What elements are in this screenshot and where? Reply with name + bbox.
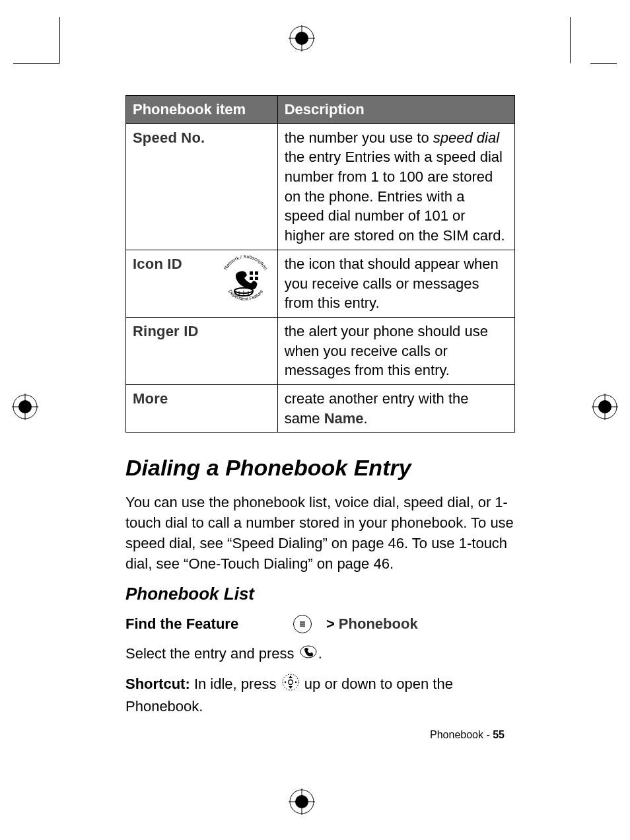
svg-text:Network / Subscription: Network / Subscription — [223, 254, 269, 271]
text: In idle, press — [190, 676, 281, 692]
page-footer: Phonebook - 55 — [430, 729, 505, 741]
description-cell: the alert your phone should use when you… — [277, 317, 514, 384]
table-row: Speed No. the number you use to speed di… — [126, 123, 515, 250]
table-row: Icon ID Network / Subscription — [126, 250, 515, 317]
desc-text: the number you use to — [285, 129, 433, 146]
table-row: Ringer ID the alert your phone should us… — [126, 317, 515, 384]
find-the-feature-label: Find the Feature — [125, 615, 291, 633]
description-cell: the icon that should appear when you rec… — [277, 250, 514, 317]
desc-italic: speed dial — [433, 129, 499, 146]
svg-text:Dependent Feature: Dependent Feature — [227, 289, 264, 302]
desc-text: create another entry with the same — [285, 390, 469, 427]
shortcut-label: Shortcut: — [125, 676, 190, 692]
instruction-line: Select the entry and press . — [125, 644, 515, 665]
item-label: Speed No. — [133, 129, 205, 146]
table-header-row: Phonebook item Description — [126, 96, 515, 124]
nav-key-icon — [282, 674, 299, 697]
text: Select the entry and press — [125, 645, 298, 662]
svg-rect-21 — [255, 277, 258, 280]
registration-mark-icon — [12, 394, 38, 420]
item-cell: Ringer ID — [126, 317, 278, 384]
svg-point-31 — [288, 680, 293, 685]
registration-mark-icon — [592, 394, 618, 420]
shortcut-line: Shortcut: In idle, press up or down to o… — [125, 674, 515, 717]
description-cell: create another entry with the same Name. — [277, 384, 514, 432]
registration-mark-icon — [289, 25, 315, 52]
col-header-item: Phonebook item — [126, 96, 278, 124]
desc-text: the icon that should appear when you rec… — [285, 256, 499, 311]
crop-mark-icon — [13, 63, 59, 64]
desc-bold: Name — [324, 410, 364, 427]
description-cell: the number you use to speed dial the ent… — [277, 123, 514, 250]
item-cell: Icon ID Network / Subscription — [126, 250, 278, 317]
section-body: You can use the phonebook list, voice di… — [125, 493, 515, 574]
desc-text: . — [364, 410, 368, 427]
page-content: Phonebook item Description Speed No. the… — [125, 95, 515, 726]
svg-rect-19 — [255, 271, 258, 275]
footer-section: Phonebook - — [430, 729, 493, 740]
find-the-feature-row: Find the Feature > Phonebook — [125, 615, 515, 633]
crop-mark-icon — [570, 17, 571, 63]
item-label: More — [133, 390, 168, 407]
svg-point-35 — [295, 682, 297, 683]
svg-rect-20 — [250, 277, 253, 280]
breadcrumb-separator: > — [326, 615, 335, 633]
text: . — [318, 645, 322, 662]
page: Phonebook item Description Speed No. the… — [0, 0, 630, 840]
item-cell: Speed No. — [126, 123, 278, 250]
table-row: More create another entry with the same … — [126, 384, 515, 432]
menu-path-item: Phonebook — [339, 615, 418, 633]
menu-key-icon — [293, 615, 312, 633]
svg-marker-33 — [289, 686, 293, 689]
item-label: Icon ID — [133, 256, 182, 272]
col-header-description: Description — [277, 96, 514, 124]
item-cell: More — [126, 384, 278, 432]
svg-marker-32 — [289, 676, 293, 678]
section-heading: Dialing a Phonebook Entry — [125, 455, 515, 481]
subsection-heading: Phonebook List — [125, 584, 515, 604]
crop-mark-icon — [590, 63, 617, 64]
registration-mark-icon — [289, 788, 315, 815]
desc-text: the alert your phone should use when you… — [285, 323, 488, 378]
crop-mark-icon — [59, 17, 60, 63]
svg-point-29 — [300, 646, 316, 658]
network-dependent-feature-icon: Network / Subscription Dependent Feature — [218, 252, 273, 307]
svg-rect-18 — [250, 271, 253, 275]
desc-text: the entry Entries with a speed dial numb… — [285, 149, 505, 244]
send-key-icon — [300, 644, 317, 664]
item-label: Ringer ID — [133, 323, 199, 339]
phonebook-items-table: Phonebook item Description Speed No. the… — [125, 95, 515, 433]
page-number: 55 — [493, 729, 505, 740]
svg-point-34 — [285, 682, 286, 683]
